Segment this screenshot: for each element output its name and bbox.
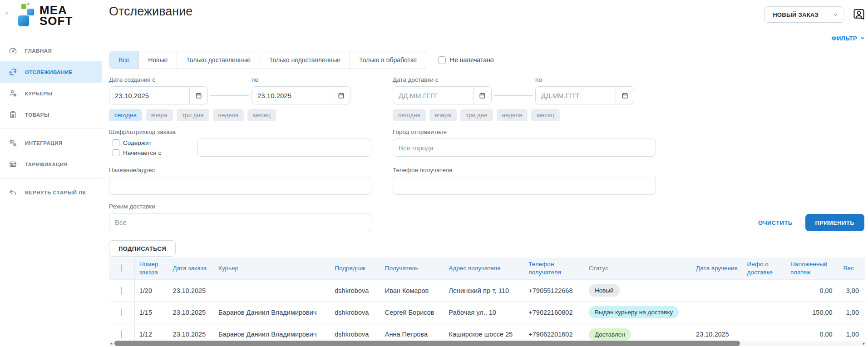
barcode-starts-option[interactable]: Начинается с (109, 149, 197, 156)
order-date: 23.10.2025 (168, 280, 214, 302)
sidebar-item-old-account[interactable]: ВЕРНУТЬ СТАРЫЙ ЛК (0, 182, 102, 203)
col-weight[interactable]: Вес (839, 258, 865, 280)
sidebar-item-goods[interactable]: ТОВАРЫ (0, 104, 102, 125)
delivery-info (743, 280, 786, 302)
col-contractor[interactable]: Подрядчик (330, 258, 380, 280)
table-row[interactable]: 1/20 23.10.2025 dshkrobova Иван Комаров … (109, 280, 865, 302)
calendar-picker-button[interactable] (332, 87, 350, 104)
courier (214, 280, 330, 302)
col-status: Статус (584, 258, 691, 280)
sidebar-item-tracking[interactable]: ОТСЛЕЖИВАНИЕ (0, 61, 102, 83)
tracking-page: « MEA SOFT ГЛАВНАЯ ОТСЛЕЖ (0, 0, 868, 347)
name-address-input[interactable] (109, 177, 371, 195)
col-recipient[interactable]: Получатель (380, 258, 444, 280)
filter-toggle[interactable]: ФИЛЬТР (831, 35, 865, 42)
sidebar-item-integration[interactable]: ИНТЕГРАЦИЯ (0, 132, 102, 154)
contractor: dshkrobova (330, 280, 380, 302)
recipient-phone-input[interactable] (393, 177, 656, 195)
account-button[interactable] (853, 8, 865, 21)
row-checkbox[interactable] (121, 287, 122, 295)
col-order-date[interactable]: Дата заказа (168, 258, 214, 280)
preset-three-days[interactable]: три дня (177, 109, 209, 121)
sender-city-input[interactable]: Все города (393, 139, 656, 157)
calendar-picker-button[interactable] (473, 87, 491, 104)
sidebar-item-main[interactable]: ГЛАВНАЯ (0, 40, 102, 61)
barcode-contains-option[interactable]: Содержит (109, 139, 197, 146)
tariff-icon (9, 160, 17, 169)
orders-table: Номер заказа Дата заказа Курьер Подрядчи… (109, 258, 865, 345)
dashboard-icon (9, 46, 17, 55)
select-all-cell (109, 258, 134, 280)
tab-processing-only[interactable]: Только в обработке (350, 51, 426, 69)
measoft-logo[interactable]: MEA SOFT (15, 4, 73, 28)
date-delivery-to-input[interactable]: ДД.ММ.ГГГГ (535, 86, 634, 104)
date-delivery-from-input[interactable]: ДД.ММ.ГГГГ (393, 86, 492, 104)
preset-month[interactable]: месяц (247, 109, 276, 121)
filter-actions: ОЧИСТИТЬ ПРИМЕНИТЬ (758, 214, 864, 231)
preset-week[interactable]: неделя (213, 109, 244, 121)
sidebar: « MEA SOFT ГЛАВНАЯ ОТСЛЕЖ (0, 0, 102, 347)
date-created-to-label: по (252, 76, 350, 83)
integration-icon (9, 139, 17, 147)
recipient-phone-label: Телефон получателя (393, 167, 656, 174)
new-order-dropdown-button[interactable] (827, 7, 844, 22)
sender-city-group: Город отправителя Все города (393, 129, 656, 159)
clear-button[interactable]: ОЧИСТИТЬ (758, 219, 792, 226)
tab-new[interactable]: Новые (139, 51, 177, 69)
table-row[interactable]: 1/15 23.10.2025 Баранов Даниил Владимиро… (109, 302, 865, 323)
subscribe-button[interactable]: ПОДПИСАТЬСЯ (109, 240, 176, 257)
barcode-input[interactable] (197, 139, 371, 157)
apply-button[interactable]: ПРИМЕНИТЬ (805, 214, 864, 231)
preset-today[interactable]: сегодня (393, 109, 426, 121)
sidebar-divider (0, 129, 102, 129)
row-checkbox[interactable] (121, 308, 122, 317)
tab-all[interactable]: Все (109, 51, 139, 69)
preset-month[interactable]: месяц (531, 109, 560, 121)
preset-yesterday[interactable]: вчера (429, 109, 457, 121)
calendar-picker-button[interactable] (189, 87, 207, 104)
not-printed-checkbox[interactable] (438, 56, 446, 64)
col-delivery-info[interactable]: Инфо о доставке (743, 258, 786, 280)
horizontal-scrollbar[interactable]: ◄ ► (109, 341, 866, 346)
recipient-phone: +79022160802 (524, 302, 584, 323)
date-delivery-group: Дата доставки с ДД.ММ.ГГГГ по (393, 76, 656, 121)
sidebar-collapse-icon[interactable]: « (5, 10, 9, 16)
filter-toggle-row: ФИЛЬТР (109, 33, 865, 44)
calendar-icon (479, 92, 486, 99)
date-range-connector (208, 86, 252, 104)
starts-with-checkbox[interactable] (113, 149, 119, 156)
new-order-label[interactable]: НОВЫЙ ЗАКАЗ (764, 7, 827, 22)
contains-checkbox[interactable] (113, 139, 119, 146)
order-date: 23.10.2025 (168, 302, 214, 323)
row-checkbox[interactable] (121, 330, 122, 338)
preset-yesterday[interactable]: вчера (146, 109, 173, 121)
preset-today[interactable]: сегодня (109, 109, 142, 121)
sidebar-item-tariffs[interactable]: ТАРИФИКАЦИЯ (0, 154, 102, 175)
date-created-presets: сегодня вчера три дня неделя месяц (109, 109, 371, 121)
col-recipient-address[interactable]: Адрес получателя (444, 258, 524, 280)
select-all-checkbox[interactable] (121, 264, 122, 272)
new-order-button[interactable]: НОВЫЙ ЗАКАЗ (764, 6, 844, 23)
date-created-from-label: Дата создания с (109, 76, 208, 83)
calendar-picker-button[interactable] (616, 87, 634, 104)
col-cod[interactable]: Наложенный платеж (786, 258, 839, 280)
date-created-to-input[interactable]: 23.10.2025 (252, 86, 350, 104)
date-created-from-input[interactable]: 23.10.2025 (109, 86, 208, 104)
tab-undelivered-only[interactable]: Только недоставленные (260, 51, 350, 69)
tab-delivered-only[interactable]: Только доставленные (177, 51, 260, 69)
scroll-right-arrow[interactable]: ► (862, 341, 866, 346)
preset-three-days[interactable]: три дня (460, 109, 493, 121)
cod-amount: 0,00 (786, 280, 839, 302)
sidebar-item-couriers[interactable]: КУРЬЕРЫ (0, 83, 102, 104)
preset-week[interactable]: неделя (497, 109, 528, 121)
filter-panel: Дата создания с 23.10.2025 по (109, 76, 865, 231)
col-delivery-date[interactable]: Дата вручения (691, 258, 743, 280)
weight: 1,00 (839, 302, 865, 323)
col-order-number[interactable]: Номер заказа (134, 258, 168, 280)
delivery-mode-select[interactable]: Все (109, 213, 371, 231)
sidebar-divider (0, 178, 102, 178)
scroll-left-arrow[interactable]: ◄ (109, 341, 113, 346)
chevron-down-icon (833, 12, 838, 18)
col-recipient-phone[interactable]: Телефон получателя (524, 258, 584, 280)
scrollbar-thumb[interactable] (114, 341, 740, 346)
